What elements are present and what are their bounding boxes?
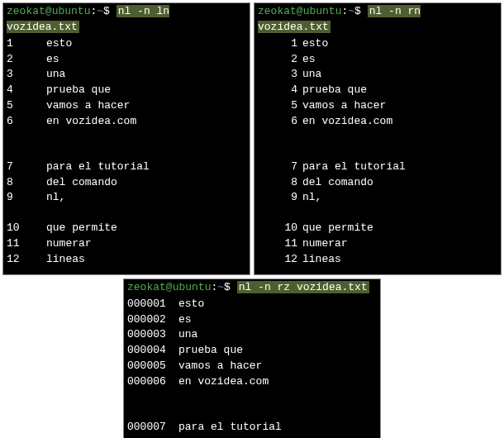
output-line: 000002es bbox=[124, 312, 380, 328]
line-text: en vozidea.com bbox=[46, 115, 136, 127]
output-line bbox=[254, 145, 501, 159]
prompt-host: ubuntu bbox=[303, 5, 342, 17]
line-number: 000006 bbox=[127, 374, 178, 390]
terminal-rn: zeokat@ubuntu:~$ nl -n rn vozidea.txt 1e… bbox=[254, 2, 502, 275]
line-text: una bbox=[302, 68, 321, 80]
line-number: 000008 bbox=[127, 436, 178, 438]
line-number: 9 bbox=[7, 190, 46, 206]
line-text: numerar bbox=[46, 237, 92, 250]
line-text: esto bbox=[178, 298, 204, 310]
output-line: 7para el tutorial bbox=[254, 159, 501, 175]
prompt-path: ~ bbox=[97, 5, 103, 17]
line-text: vamos a hacer bbox=[178, 359, 262, 372]
line-number: 2 bbox=[258, 52, 302, 68]
line-text: vamos a hacer bbox=[302, 99, 386, 112]
output-line: 3una bbox=[254, 67, 501, 83]
output-rz: 000001esto000002es000003una000004prueba … bbox=[124, 297, 380, 438]
line-number: 6 bbox=[7, 114, 46, 130]
output-line: 000007para el tutorial bbox=[124, 420, 380, 436]
output-line: 12lineas bbox=[254, 252, 501, 268]
line-number: 3 bbox=[7, 67, 46, 83]
line-number: 1 bbox=[7, 36, 46, 52]
output-line: 10que permite bbox=[254, 221, 501, 236]
prompt-host: ubuntu bbox=[173, 281, 212, 293]
line-text: nl, bbox=[302, 191, 321, 203]
line-number: 3 bbox=[258, 67, 302, 83]
output-line: 3una bbox=[3, 67, 250, 83]
output-line: 7para el tutorial bbox=[3, 159, 250, 175]
prompt-symbol: $ bbox=[103, 5, 110, 17]
output-line bbox=[3, 130, 250, 145]
output-line: 2es bbox=[254, 52, 501, 68]
line-text: es bbox=[46, 53, 59, 65]
prompt-user: zeokat bbox=[258, 5, 297, 17]
prompt-host: ubuntu bbox=[52, 5, 91, 17]
prompt-path: ~ bbox=[348, 5, 354, 17]
line-text: es bbox=[302, 53, 316, 65]
output-line: 5vamos a hacer bbox=[254, 98, 501, 114]
output-rn: 1esto2es3una4prueba que5vamos a hacer6en… bbox=[254, 36, 501, 268]
line-number: 4 bbox=[7, 83, 46, 98]
output-line: 5vamos a hacer bbox=[3, 98, 250, 114]
line-number: 000007 bbox=[127, 420, 178, 436]
output-line: 1esto bbox=[254, 36, 501, 52]
line-number: 12 bbox=[7, 252, 46, 268]
output-line: 6en vozidea.com bbox=[254, 114, 501, 130]
prompt-symbol: $ bbox=[354, 5, 361, 17]
output-line: 8del comando bbox=[254, 175, 501, 191]
line-text: para el tutorial bbox=[178, 421, 282, 433]
output-line: 11numerar bbox=[3, 236, 250, 252]
output-line: 000004prueba que bbox=[124, 343, 380, 359]
line-text: prueba que bbox=[302, 83, 367, 96]
line-number: 10 bbox=[7, 221, 46, 236]
output-line: 2es bbox=[3, 52, 250, 68]
output-line: 9nl, bbox=[3, 190, 250, 206]
line-text: prueba que bbox=[46, 83, 111, 96]
line-text: prueba que bbox=[178, 344, 243, 356]
line-text: numerar bbox=[302, 237, 348, 250]
line-text: es bbox=[178, 313, 192, 326]
line-number: 11 bbox=[258, 236, 302, 252]
line-text: que permite bbox=[302, 221, 373, 234]
line-text: una bbox=[178, 328, 197, 340]
output-line: 000005vamos a hacer bbox=[124, 359, 380, 374]
prompt-line: zeokat@ubuntu:~$ nl -n rz vozidea.txt bbox=[124, 279, 380, 297]
line-number: 000003 bbox=[127, 327, 178, 343]
prompt-user: zeokat bbox=[7, 5, 45, 17]
prompt-user: zeokat bbox=[127, 281, 166, 293]
line-number: 2 bbox=[7, 52, 46, 68]
output-line bbox=[3, 206, 250, 221]
line-number: 5 bbox=[258, 98, 302, 114]
prompt-at: @ bbox=[166, 281, 173, 293]
line-number: 000001 bbox=[127, 297, 178, 312]
terminal-ln: zeokat@ubuntu:~$ nl -n ln vozidea.txt 1e… bbox=[2, 2, 250, 275]
command-text: nl -n rz vozidea.txt bbox=[237, 281, 369, 293]
output-ln: 1esto2es3una4prueba que5vamos a hacer6en… bbox=[3, 36, 250, 268]
line-number: 000004 bbox=[127, 343, 178, 359]
line-number: 10 bbox=[258, 221, 302, 236]
line-text: para el tutorial bbox=[302, 160, 406, 173]
line-text: del comando bbox=[302, 176, 373, 188]
prompt-line: zeokat@ubuntu:~$ nl -n ln vozidea.txt bbox=[3, 3, 250, 36]
line-number: 000005 bbox=[127, 359, 178, 374]
prompt-at: @ bbox=[297, 5, 303, 17]
output-line: 12lineas bbox=[3, 252, 250, 268]
prompt-symbol: $ bbox=[224, 281, 231, 293]
line-number: 000002 bbox=[127, 312, 178, 328]
terminal-rz: zeokat@ubuntu:~$ nl -n rz vozidea.txt 00… bbox=[123, 279, 381, 438]
line-number: 6 bbox=[258, 114, 302, 130]
line-number: 8 bbox=[7, 175, 46, 191]
output-line bbox=[254, 130, 501, 145]
line-text: nl, bbox=[46, 191, 65, 203]
line-text: en vozidea.com bbox=[178, 375, 269, 388]
line-text: que permite bbox=[46, 221, 117, 234]
output-line bbox=[3, 145, 250, 159]
line-text: vamos a hacer bbox=[46, 99, 130, 112]
output-line: 000006en vozidea.com bbox=[124, 374, 380, 390]
line-text: una bbox=[46, 68, 65, 80]
output-line: 11numerar bbox=[254, 236, 501, 252]
line-number: 9 bbox=[258, 190, 302, 206]
line-number: 7 bbox=[7, 159, 46, 175]
line-number: 5 bbox=[7, 98, 46, 114]
output-line: 000003una bbox=[124, 327, 380, 343]
